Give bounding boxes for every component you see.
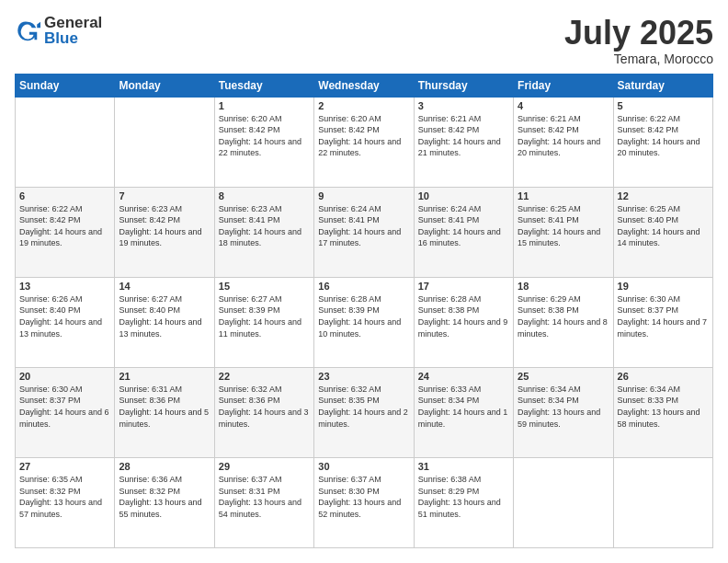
cell-content: Sunrise: 6:22 AMSunset: 8:42 PMDaylight:…	[19, 203, 110, 249]
day-number: 12	[618, 190, 709, 201]
day-number: 10	[418, 190, 509, 201]
calendar-cell: 5Sunrise: 6:22 AMSunset: 8:42 PMDaylight…	[613, 97, 712, 187]
cell-content: Sunrise: 6:30 AMSunset: 8:37 PMDaylight:…	[618, 293, 709, 339]
day-number: 9	[318, 190, 409, 201]
logo-icon	[15, 17, 40, 43]
calendar-cell	[115, 97, 214, 187]
day-of-week-header: Tuesday	[214, 74, 313, 97]
day-number: 17	[418, 281, 509, 292]
cell-content: Sunrise: 6:32 AMSunset: 8:36 PMDaylight:…	[219, 384, 310, 430]
calendar-cell: 21Sunrise: 6:31 AMSunset: 8:36 PMDayligh…	[115, 367, 214, 457]
calendar-cell: 15Sunrise: 6:27 AMSunset: 8:39 PMDayligh…	[214, 277, 313, 367]
title-block: July 2025 Temara, Morocco	[564, 15, 713, 66]
day-number: 2	[318, 100, 409, 111]
cell-content: Sunrise: 6:27 AMSunset: 8:40 PMDaylight:…	[119, 293, 210, 339]
day-number: 27	[19, 461, 110, 472]
cell-content: Sunrise: 6:21 AMSunset: 8:42 PMDaylight:…	[518, 113, 609, 159]
calendar-cell: 20Sunrise: 6:30 AMSunset: 8:37 PMDayligh…	[16, 367, 115, 457]
day-of-week-header: Sunday	[16, 74, 115, 97]
day-number: 6	[19, 190, 110, 201]
cell-content: Sunrise: 6:20 AMSunset: 8:42 PMDaylight:…	[318, 113, 409, 159]
calendar-cell	[16, 97, 115, 187]
cell-content: Sunrise: 6:37 AMSunset: 8:31 PMDaylight:…	[219, 474, 310, 520]
cell-content: Sunrise: 6:25 AMSunset: 8:40 PMDaylight:…	[618, 203, 709, 249]
cell-content: Sunrise: 6:30 AMSunset: 8:37 PMDaylight:…	[19, 384, 110, 430]
calendar-week-row: 27Sunrise: 6:35 AMSunset: 8:32 PMDayligh…	[16, 457, 713, 547]
cell-content: Sunrise: 6:23 AMSunset: 8:42 PMDaylight:…	[119, 203, 210, 249]
cell-content: Sunrise: 6:24 AMSunset: 8:41 PMDaylight:…	[418, 203, 509, 249]
cell-content: Sunrise: 6:22 AMSunset: 8:42 PMDaylight:…	[618, 113, 709, 159]
cell-content: Sunrise: 6:28 AMSunset: 8:38 PMDaylight:…	[418, 293, 509, 339]
day-number: 1	[219, 100, 310, 111]
calendar-cell: 25Sunrise: 6:34 AMSunset: 8:34 PMDayligh…	[514, 367, 613, 457]
cell-content: Sunrise: 6:23 AMSunset: 8:41 PMDaylight:…	[219, 203, 310, 249]
day-of-week-header: Friday	[514, 74, 613, 97]
calendar-cell: 10Sunrise: 6:24 AMSunset: 8:41 PMDayligh…	[414, 187, 513, 277]
day-number: 22	[219, 371, 310, 382]
day-of-week-header: Wednesday	[314, 74, 414, 97]
cell-content: Sunrise: 6:27 AMSunset: 8:39 PMDaylight:…	[219, 293, 310, 339]
day-number: 15	[219, 281, 310, 292]
cell-content: Sunrise: 6:34 AMSunset: 8:34 PMDaylight:…	[518, 384, 609, 430]
calendar-cell: 11Sunrise: 6:25 AMSunset: 8:41 PMDayligh…	[514, 187, 613, 277]
day-number: 23	[318, 371, 409, 382]
logo: General Blue	[15, 15, 102, 46]
calendar-cell: 24Sunrise: 6:33 AMSunset: 8:34 PMDayligh…	[414, 367, 513, 457]
day-number: 5	[618, 100, 709, 111]
calendar-cell: 29Sunrise: 6:37 AMSunset: 8:31 PMDayligh…	[214, 457, 313, 547]
month-title: July 2025	[564, 15, 713, 52]
cell-content: Sunrise: 6:25 AMSunset: 8:41 PMDaylight:…	[518, 203, 609, 249]
calendar-cell: 2Sunrise: 6:20 AMSunset: 8:42 PMDaylight…	[314, 97, 414, 187]
calendar-cell	[613, 457, 712, 547]
calendar-week-row: 1Sunrise: 6:20 AMSunset: 8:42 PMDaylight…	[16, 97, 713, 187]
day-number: 21	[119, 371, 210, 382]
calendar-week-row: 20Sunrise: 6:30 AMSunset: 8:37 PMDayligh…	[16, 367, 713, 457]
day-number: 28	[119, 461, 210, 472]
day-of-week-header: Thursday	[414, 74, 513, 97]
day-number: 25	[518, 371, 609, 382]
day-number: 20	[19, 371, 110, 382]
calendar-cell: 6Sunrise: 6:22 AMSunset: 8:42 PMDaylight…	[16, 187, 115, 277]
cell-content: Sunrise: 6:28 AMSunset: 8:39 PMDaylight:…	[318, 293, 409, 339]
calendar-header-row: SundayMondayTuesdayWednesdayThursdayFrid…	[16, 74, 713, 97]
calendar-cell: 19Sunrise: 6:30 AMSunset: 8:37 PMDayligh…	[613, 277, 712, 367]
calendar-cell: 27Sunrise: 6:35 AMSunset: 8:32 PMDayligh…	[16, 457, 115, 547]
day-number: 7	[119, 190, 210, 201]
calendar-cell: 12Sunrise: 6:25 AMSunset: 8:40 PMDayligh…	[613, 187, 712, 277]
day-number: 13	[19, 281, 110, 292]
cell-content: Sunrise: 6:32 AMSunset: 8:35 PMDaylight:…	[318, 384, 409, 430]
calendar-cell: 14Sunrise: 6:27 AMSunset: 8:40 PMDayligh…	[115, 277, 214, 367]
calendar-cell: 23Sunrise: 6:32 AMSunset: 8:35 PMDayligh…	[314, 367, 414, 457]
cell-content: Sunrise: 6:29 AMSunset: 8:38 PMDaylight:…	[518, 293, 609, 339]
logo-blue: Blue	[44, 30, 102, 46]
day-of-week-header: Monday	[115, 74, 214, 97]
day-number: 16	[318, 281, 409, 292]
day-number: 18	[518, 281, 609, 292]
day-of-week-header: Saturday	[613, 74, 712, 97]
calendar-cell: 3Sunrise: 6:21 AMSunset: 8:42 PMDaylight…	[414, 97, 513, 187]
cell-content: Sunrise: 6:37 AMSunset: 8:30 PMDaylight:…	[318, 474, 409, 520]
day-number: 8	[219, 190, 310, 201]
page: General Blue July 2025 Temara, Morocco S…	[0, 0, 728, 563]
calendar-week-row: 6Sunrise: 6:22 AMSunset: 8:42 PMDaylight…	[16, 187, 713, 277]
calendar-cell: 31Sunrise: 6:38 AMSunset: 8:29 PMDayligh…	[414, 457, 513, 547]
day-number: 14	[119, 281, 210, 292]
calendar-cell: 16Sunrise: 6:28 AMSunset: 8:39 PMDayligh…	[314, 277, 414, 367]
day-number: 11	[518, 190, 609, 201]
logo-text: General Blue	[44, 15, 102, 46]
calendar-cell: 7Sunrise: 6:23 AMSunset: 8:42 PMDaylight…	[115, 187, 214, 277]
day-number: 19	[618, 281, 709, 292]
calendar-cell: 26Sunrise: 6:34 AMSunset: 8:33 PMDayligh…	[613, 367, 712, 457]
cell-content: Sunrise: 6:20 AMSunset: 8:42 PMDaylight:…	[219, 113, 310, 159]
calendar-cell: 17Sunrise: 6:28 AMSunset: 8:38 PMDayligh…	[414, 277, 513, 367]
location-subtitle: Temara, Morocco	[564, 52, 713, 66]
cell-content: Sunrise: 6:21 AMSunset: 8:42 PMDaylight:…	[418, 113, 509, 159]
cell-content: Sunrise: 6:31 AMSunset: 8:36 PMDaylight:…	[119, 384, 210, 430]
calendar-cell: 28Sunrise: 6:36 AMSunset: 8:32 PMDayligh…	[115, 457, 214, 547]
day-number: 29	[219, 461, 310, 472]
day-number: 26	[618, 371, 709, 382]
day-number: 31	[418, 461, 509, 472]
calendar-week-row: 13Sunrise: 6:26 AMSunset: 8:40 PMDayligh…	[16, 277, 713, 367]
calendar-cell: 22Sunrise: 6:32 AMSunset: 8:36 PMDayligh…	[214, 367, 313, 457]
cell-content: Sunrise: 6:33 AMSunset: 8:34 PMDaylight:…	[418, 384, 509, 430]
